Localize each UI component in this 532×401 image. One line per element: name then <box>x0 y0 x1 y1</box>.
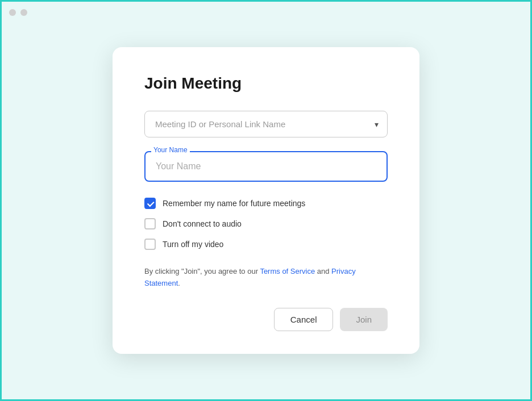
checkbox-row-audio[interactable]: Don't connect to audio <box>144 218 388 229</box>
checkboxes-section: Remember my name for future meetings Don… <box>144 198 388 250</box>
checkbox-audio-label: Don't connect to audio <box>163 219 242 228</box>
join-button[interactable]: Join <box>340 308 388 331</box>
window-dot-2 <box>20 9 27 16</box>
terms-middle: and <box>315 267 331 275</box>
terms-of-service-link[interactable]: Terms of Service <box>260 267 315 275</box>
dialog-title: Join Meeting <box>144 74 388 93</box>
meeting-id-wrapper: Meeting ID or Personal Link Name ▾ <box>144 111 388 137</box>
name-label: Your Name <box>151 146 190 154</box>
terms-prefix: By clicking "Join", you agree to our <box>144 267 260 275</box>
terms-text: By clicking "Join", you agree to our Ter… <box>144 266 388 290</box>
meeting-id-select[interactable]: Meeting ID or Personal Link Name <box>144 111 388 137</box>
cancel-button[interactable]: Cancel <box>274 308 334 331</box>
window-chrome <box>9 9 27 16</box>
checkbox-video[interactable] <box>144 239 156 250</box>
join-meeting-dialog: Join Meeting Meeting ID or Personal Link… <box>113 47 419 354</box>
name-input[interactable] <box>144 151 388 182</box>
checkbox-row-remember[interactable]: Remember my name for future meetings <box>144 198 388 209</box>
checkbox-remember-label: Remember my name for future meetings <box>163 199 305 208</box>
checkbox-video-label: Turn off my video <box>163 240 223 249</box>
checkbox-remember[interactable] <box>144 198 156 209</box>
checkbox-audio[interactable] <box>144 218 156 229</box>
terms-suffix: . <box>178 279 180 287</box>
name-field-wrapper: Your Name <box>144 151 388 182</box>
checkbox-row-video[interactable]: Turn off my video <box>144 239 388 250</box>
window-dot-1 <box>9 9 16 16</box>
dialog-buttons: Cancel Join <box>144 308 388 331</box>
